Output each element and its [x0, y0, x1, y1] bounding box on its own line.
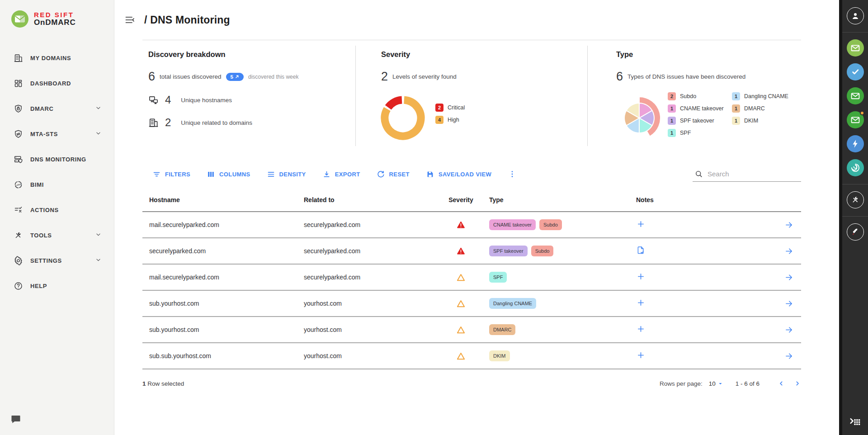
- sidebar-item-label: HELP: [30, 283, 47, 289]
- legend-count-badge: 1: [668, 117, 676, 125]
- circle-check-icon: [849, 66, 861, 78]
- sidebar-item-my-domains[interactable]: MY DOMAINS: [0, 45, 114, 71]
- sidebar-item-dns-monitoring[interactable]: DNS MONITORING: [0, 147, 114, 172]
- table-footer: 1 Row selected Rows per page: 10 1 - 6 o…: [142, 369, 801, 397]
- sidebar-item-bimi[interactable]: LOGO BIMI: [0, 172, 114, 197]
- type-chip-subdo: Subdo: [539, 219, 562, 230]
- previous-page-button[interactable]: [778, 380, 785, 387]
- legend-label: Dangling CNAME: [744, 93, 788, 99]
- columns-button[interactable]: COLUMNS: [207, 170, 250, 179]
- add-note-button[interactable]: [636, 272, 646, 281]
- dns-monitoring-icon: [14, 155, 23, 164]
- density-button[interactable]: DENSITY: [267, 170, 306, 179]
- rail-divider: [842, 184, 868, 184]
- legend-count-badge: 1: [668, 104, 676, 113]
- column-header-type[interactable]: Type: [482, 196, 629, 203]
- open-row-button[interactable]: [784, 351, 794, 361]
- type-rose-svg: [617, 95, 662, 141]
- product-radar-button[interactable]: [847, 63, 864, 80]
- table-row[interactable]: sub.sub.yourhost.com yourhost.com DKIM: [142, 343, 801, 369]
- app-launcher-button[interactable]: [849, 415, 861, 429]
- envelope-check-icon: [849, 42, 861, 54]
- reset-button[interactable]: RESET: [377, 170, 410, 179]
- warning-critical-icon: [456, 246, 466, 256]
- table-header-row: Hostname Related to Severity Type Notes: [142, 189, 801, 212]
- product-green-check-button[interactable]: [847, 87, 864, 104]
- legend-label: CNAME takeover: [680, 105, 724, 112]
- column-header-notes[interactable]: Notes: [629, 196, 777, 203]
- add-note-button[interactable]: [636, 298, 646, 307]
- product-brand-trust-button[interactable]: [847, 111, 864, 128]
- actions-list-icon: [14, 205, 23, 215]
- next-page-button[interactable]: [794, 380, 801, 387]
- export-icon: [322, 170, 331, 179]
- sidebar-item-help[interactable]: HELP: [0, 273, 114, 298]
- table-row[interactable]: sub.yourhost.com yourhost.com Dangling C…: [142, 291, 801, 317]
- add-note-button[interactable]: [636, 350, 646, 360]
- toolbox-button[interactable]: [847, 191, 864, 208]
- hostname-cell: mail.securelyparked.com: [142, 274, 297, 281]
- sidebar-item-actions[interactable]: ACTIONS: [0, 197, 114, 222]
- open-row-button[interactable]: [784, 246, 794, 256]
- rows-per-page-select[interactable]: 10: [709, 380, 723, 387]
- table-toolbar: FILTERS COLUMNS DENSITY EXPORT RESET SAV…: [142, 161, 801, 187]
- column-header-hostname[interactable]: Hostname: [142, 196, 297, 203]
- page-header: / DNS Monitoring: [114, 0, 839, 40]
- export-button[interactable]: EXPORT: [322, 170, 360, 179]
- add-note-button[interactable]: [636, 219, 646, 229]
- product-ondmarc-button[interactable]: [847, 39, 864, 57]
- sidebar-item-mta-sts[interactable]: MTA-STS: [0, 121, 114, 147]
- chat-widget-button[interactable]: [10, 413, 22, 427]
- legend-count-badge: 1: [732, 104, 740, 113]
- rail-divider: [842, 216, 868, 217]
- sidebar-item-tools[interactable]: TOOLS: [0, 222, 114, 248]
- more-options-button[interactable]: [508, 170, 517, 179]
- chevron-down-icon: [94, 129, 102, 137]
- table-row[interactable]: sub.yourhost.com yourhost.com DMARC: [142, 317, 801, 343]
- sidebar-item-settings[interactable]: SETTINGS: [0, 248, 114, 273]
- row-detail-cell: [777, 325, 801, 335]
- sidebar-item-dashboard[interactable]: DASHBOARD: [0, 71, 114, 96]
- filters-button[interactable]: FILTERS: [152, 170, 190, 179]
- swirl-icon: [849, 162, 861, 174]
- discovery-stat-unique-related-to-domains: 2 Unique related to domains: [148, 116, 298, 129]
- open-row-button[interactable]: [784, 299, 794, 308]
- hostname-cell: sub.yourhost.com: [142, 300, 297, 307]
- arrow-right-icon: [784, 220, 794, 230]
- help-circle-icon: [14, 281, 23, 291]
- open-row-button[interactable]: [784, 325, 794, 335]
- legend-count-badge: 1: [732, 117, 740, 125]
- sidebar-item-dmarc[interactable]: DMARC: [0, 96, 114, 121]
- severity-donut-svg: [378, 93, 428, 143]
- open-row-button[interactable]: [784, 220, 794, 230]
- column-header-severity[interactable]: Severity: [439, 196, 482, 203]
- toolbar-button-label: SAVE/LOAD VIEW: [439, 171, 491, 178]
- type-legend-item-dkim: 1 DKIM: [732, 117, 758, 125]
- envelope-check-icon: [849, 90, 861, 102]
- product-investigate-button[interactable]: [847, 135, 864, 152]
- save-load-view-button[interactable]: SAVE/LOAD VIEW: [426, 170, 491, 179]
- legend-count-badge: 1: [732, 92, 740, 100]
- table-row[interactable]: mail.securelyparked.com securelyparked.c…: [142, 212, 801, 238]
- add-note-button[interactable]: [636, 324, 646, 334]
- column-header-related-to[interactable]: Related to: [297, 196, 439, 203]
- sidebar-collapse-button[interactable]: [124, 14, 135, 25]
- rows-selected-text: 1 Row selected: [142, 380, 184, 387]
- account-button[interactable]: [847, 7, 864, 24]
- onboarding-button[interactable]: [847, 223, 864, 241]
- sidebar-item-label: TOOLS: [30, 232, 52, 239]
- severity-legend-item-critical: 2 Critical: [435, 104, 465, 112]
- view-note-button[interactable]: [636, 246, 646, 255]
- arrow-right-icon: [784, 273, 794, 282]
- toolbar-button-label: FILTERS: [165, 171, 190, 178]
- legend-count-badge: 2: [435, 104, 443, 112]
- type-cell: Dangling CNAME: [482, 298, 629, 309]
- table-row[interactable]: mail.securelyparked.com securelyparked.c…: [142, 265, 801, 291]
- open-row-button[interactable]: [784, 273, 794, 282]
- shield-lock-icon: [14, 104, 23, 113]
- sidebar-item-label: BIMI: [30, 181, 44, 188]
- search-input[interactable]: [708, 170, 800, 178]
- table-row[interactable]: securelyparked.com securelyparked.com SP…: [142, 238, 801, 265]
- product-asm-button[interactable]: [847, 159, 864, 176]
- legend-label: DKIM: [744, 118, 758, 124]
